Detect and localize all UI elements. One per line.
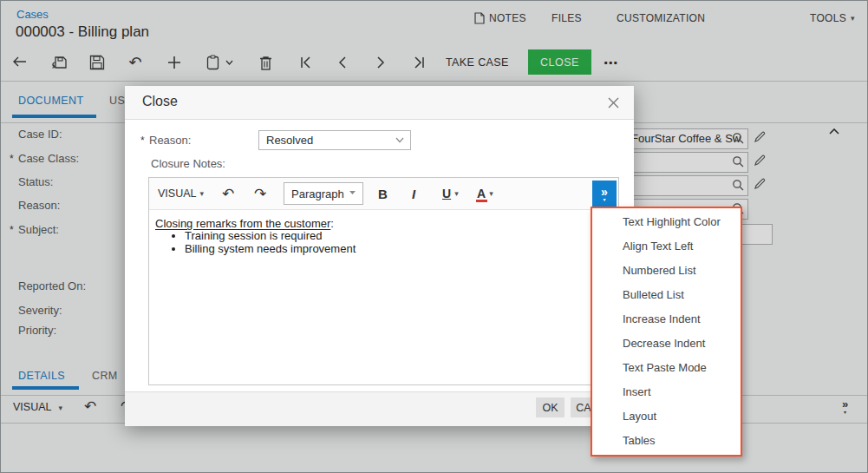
menu-item-align-text-left[interactable]: Align Text Left <box>592 234 741 259</box>
close-dialog-titlebar: Close <box>125 86 634 120</box>
underline-glyph: U <box>442 187 451 200</box>
menu-item-increase-indent[interactable]: Increase Indent <box>592 307 741 332</box>
notes-bullet-list: Training session is required Billing sys… <box>155 229 356 255</box>
text-color-glyph: A <box>477 187 486 200</box>
menu-item-decrease-indent[interactable]: Decrease Indent <box>592 332 741 356</box>
paragraph-style-value: Paragraph <box>291 187 344 200</box>
bold-button[interactable]: B <box>378 178 388 209</box>
list-item: Training session is required <box>185 229 356 242</box>
dialog-close-icon[interactable] <box>604 94 622 111</box>
menu-item-insert[interactable]: Insert <box>592 380 741 404</box>
ok-button[interactable]: OK <box>536 397 565 417</box>
editor-redo-button[interactable]: ↷ <box>254 178 266 209</box>
menu-item-tables[interactable]: Tables <box>592 429 741 453</box>
undo-glyph: ↶ <box>222 185 234 203</box>
cases-screen: Cases 000003 - Billing plan NOTES FILES … <box>0 0 868 473</box>
menu-item-text-highlight-color[interactable]: Text Highlight Color <box>592 210 741 234</box>
reason-label: Reason: <box>149 134 191 147</box>
editor-visual-mode-button[interactable]: VISUAL ▾ <box>158 178 204 209</box>
close-dialog: Close * Reason: Resolved Closure Notes: … <box>125 86 634 426</box>
reason-select[interactable]: Resolved <box>258 130 411 150</box>
chevron-down-icon: ▾ <box>603 197 605 202</box>
editor-more-tools-menu: Text Highlight Color Align Text Left Num… <box>591 207 742 457</box>
editor-more-tools-button[interactable]: » ▾ <box>592 181 617 207</box>
closure-notes-label: Closure Notes: <box>151 157 225 170</box>
menu-item-text-paste-mode[interactable]: Text Paste Mode <box>592 356 741 380</box>
menu-item-numbered-list[interactable]: Numbered List <box>592 259 741 283</box>
text-color-button[interactable]: A ▾ <box>477 178 493 209</box>
notes-heading: Closing remarks from the customer: <box>155 217 334 230</box>
chevron-down-icon: ▾ <box>454 190 459 198</box>
italic-button[interactable]: I <box>412 178 415 209</box>
reason-value: Resolved <box>266 134 313 147</box>
color-swatch <box>476 200 487 202</box>
menu-item-layout[interactable]: Layout <box>592 404 741 429</box>
required-marker: * <box>140 134 145 147</box>
menu-item-bulleted-list[interactable]: Bulleted List <box>592 283 741 307</box>
editor-undo-button[interactable]: ↶ <box>222 178 234 209</box>
chevron-down-icon: ▾ <box>489 190 493 198</box>
chevron-down-icon: ▾ <box>199 190 204 198</box>
underline-button[interactable]: U ▾ <box>442 178 459 209</box>
list-item: Billing system needs improvement <box>185 242 356 255</box>
dialog-footer: OK CANCEL <box>125 391 634 426</box>
editor-content[interactable]: Closing remarks from the customer: Train… <box>149 210 618 385</box>
more-chevron-icon: » <box>601 186 608 198</box>
redo-glyph: ↷ <box>254 185 266 203</box>
chevron-down-icon <box>349 190 356 195</box>
closure-notes-editor: VISUAL ▾ ↶ ↷ Paragraph B I U ▾ <box>148 177 619 385</box>
chevron-down-icon <box>395 137 404 143</box>
dialog-title: Close <box>142 94 178 109</box>
asterisk: * <box>140 135 145 147</box>
editor-toolbar: VISUAL ▾ ↶ ↷ Paragraph B I U ▾ <box>149 178 618 210</box>
paragraph-style-select[interactable]: Paragraph <box>284 182 363 205</box>
visual-mode-label: VISUAL <box>158 187 196 200</box>
